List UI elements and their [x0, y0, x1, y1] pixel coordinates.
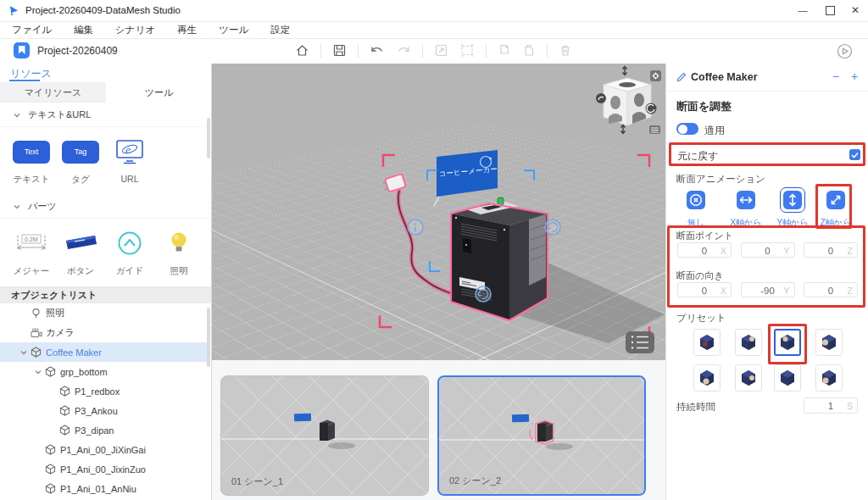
tool-item-url-monitor[interactable]: e URL	[105, 132, 154, 191]
object-label-sign[interactable]: コーヒーメーカー	[434, 150, 498, 206]
tree-item-2[interactable]: Coffee Maker	[0, 342, 207, 362]
copy-button[interactable]	[498, 43, 511, 58]
view-cube[interactable]	[596, 67, 661, 135]
delete-button[interactable]	[559, 43, 572, 58]
preset-3[interactable]	[774, 329, 801, 356]
viewport-3d[interactable]: コーヒーメーカー	[212, 64, 665, 360]
play-button[interactable]	[837, 43, 853, 59]
expand-button[interactable]: +	[851, 69, 858, 83]
scene-list-button[interactable]	[626, 331, 654, 353]
scene-thumbnail-1[interactable]: 02 シーン_2	[437, 375, 646, 496]
undo-button[interactable]	[370, 44, 385, 57]
tool-item-button3d[interactable]: ボタン	[56, 224, 105, 282]
preset-4[interactable]	[815, 329, 843, 356]
cube-icon	[45, 444, 60, 455]
tree-item-7[interactable]: P1_Ani_00_JiXinGai	[0, 440, 207, 459]
coffee-maker-model[interactable]	[451, 197, 548, 320]
project-chip[interactable]: Project-20260409	[14, 42, 118, 58]
paste-button[interactable]	[522, 43, 536, 58]
anim-option-z-axis[interactable]: Z軸から	[817, 187, 854, 229]
menu-item-0[interactable]: ファイル	[12, 24, 52, 36]
preset-2[interactable]	[735, 329, 762, 356]
reset-checkbox[interactable]	[849, 149, 860, 160]
tree-item-0[interactable]: 照明	[0, 303, 207, 323]
tree-item-3[interactable]: grp_bottom	[0, 362, 207, 381]
menu-item-1[interactable]: 編集	[74, 24, 93, 36]
section-orientation-x-input[interactable]: 0 X	[677, 282, 732, 297]
rotate-handle-right-icon[interactable]	[545, 219, 560, 235]
tree-item-1[interactable]: カメラ	[0, 323, 207, 342]
camera-icon	[31, 328, 46, 338]
home-button[interactable]	[295, 43, 309, 58]
tree-item-5[interactable]: P3_Ankou	[0, 401, 207, 420]
anim-option-y-axis[interactable]: Y軸から	[774, 187, 811, 229]
transform-button[interactable]	[434, 43, 448, 58]
duration-input[interactable]: 1S	[804, 397, 858, 414]
cube-icon	[45, 464, 60, 475]
object-list: 照明 カメラ Coffee Maker grp_bottom P1_redbox…	[0, 303, 207, 498]
y-axis-icon	[780, 187, 805, 213]
maximize-button[interactable]	[817, 0, 843, 21]
project-bookmark-icon	[14, 42, 30, 58]
tool-item-tag-badge[interactable]: Tag タグ	[56, 132, 105, 191]
menu-item-4[interactable]: ツール	[219, 24, 248, 36]
resource-tab-0[interactable]: マイリソース	[0, 82, 106, 103]
collapse-button[interactable]: −	[832, 69, 839, 83]
minimize-button[interactable]: —	[790, 0, 815, 21]
apply-toggle[interactable]	[676, 123, 698, 135]
url-monitor-icon: e	[105, 132, 154, 171]
resource-panel: リソース テキスト&URL Text テキスト Tag タグ e URL パーツ…	[0, 64, 212, 500]
preset-6[interactable]	[735, 364, 762, 392]
cube-icon	[59, 425, 75, 436]
preset-8[interactable]	[815, 364, 843, 392]
save-button[interactable]	[332, 43, 347, 58]
section-point-x-input[interactable]: 0 X	[677, 242, 732, 258]
resource-tab-1[interactable]: ツール	[106, 82, 212, 103]
redo-button[interactable]	[396, 44, 411, 57]
toolbar-divider	[486, 44, 487, 58]
tree-item-9[interactable]: P1_Ani_01_AnNiu	[0, 479, 207, 498]
anim-option-x-axis[interactable]: X軸から	[727, 187, 765, 229]
tool-item-measure[interactable]: 0.2M メジャー	[7, 224, 56, 282]
tool-section-1: パーツ 0.2M メジャー ボタン ガイド 照明	[0, 194, 207, 286]
tool-item-bulb-yellow[interactable]: 照明	[154, 224, 203, 282]
menu-item-2[interactable]: シナリオ	[115, 24, 155, 36]
menu-item-3[interactable]: 再生	[177, 24, 197, 36]
section-header[interactable]: テキスト&URL	[0, 103, 207, 127]
section-orientation-y-input[interactable]: -90 Y	[741, 282, 795, 297]
object-list-header: オブジェクトリスト	[0, 286, 212, 303]
presets-label: プリセット	[676, 312, 726, 325]
object-list-scrollbar[interactable]	[207, 308, 210, 367]
x-axis-icon	[733, 187, 759, 213]
info-icon[interactable]	[408, 219, 423, 235]
section-point-z-input[interactable]: 0 Z	[804, 242, 858, 258]
menu-item-5[interactable]: 設定	[270, 24, 290, 36]
tree-item-8[interactable]: P1_Ani_00_JixinZuo	[0, 459, 207, 479]
tree-item-4[interactable]: P1_redbox	[0, 381, 207, 401]
frame-select-button[interactable]	[459, 43, 475, 58]
preset-5[interactable]	[693, 364, 721, 392]
properties-header: Coffee Maker − +	[666, 64, 868, 92]
section-orientation-z-input[interactable]: 0 Z	[804, 282, 858, 297]
toolbar-divider	[320, 44, 321, 58]
z-axis-icon	[823, 187, 849, 213]
section-header[interactable]: パーツ	[0, 194, 207, 219]
none-axis-icon	[683, 187, 709, 213]
scene-thumbnail-0[interactable]: 01 シーン_1	[220, 375, 429, 496]
preset-7[interactable]	[774, 364, 801, 392]
close-button[interactable]: ✕	[843, 0, 868, 21]
edit-pencil-icon[interactable]	[676, 72, 687, 82]
preset-1[interactable]	[693, 329, 721, 356]
point-inputs: 0 X 0 Y 0 Z	[677, 242, 858, 258]
tree-item-6[interactable]: P3_dipan	[0, 420, 207, 440]
resource-scrollbar[interactable]	[207, 118, 210, 158]
tool-section-0: テキスト&URL Text テキスト Tag タグ e URL	[0, 103, 207, 194]
rotate-handle-bottom-icon[interactable]	[476, 286, 491, 302]
left-sections: テキスト&URL Text テキスト Tag タグ e URL パーツ 0.2M…	[0, 103, 207, 286]
anim-option-none-axis[interactable]: 無し	[677, 187, 715, 229]
tool-item-guide[interactable]: ガイド	[105, 224, 154, 282]
orientation-inputs: 0 X -90 Y 0 Z	[677, 282, 858, 297]
svg-text:0.2M: 0.2M	[25, 236, 38, 242]
section-point-y-input[interactable]: 0 Y	[741, 242, 795, 258]
tool-item-text-badge[interactable]: Text テキスト	[7, 132, 56, 191]
